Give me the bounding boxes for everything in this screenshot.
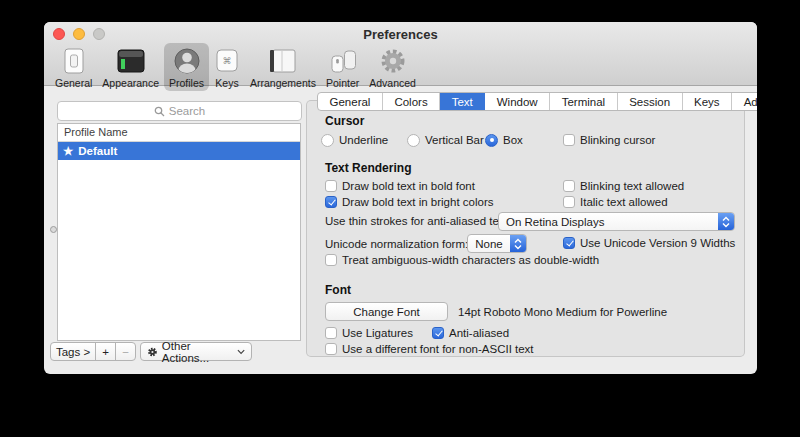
toolbar-item-appearance[interactable]: Appearance bbox=[97, 43, 164, 91]
tab-text[interactable]: Text bbox=[440, 93, 485, 110]
checkbox-label: Treat ambiguous-width characters as doub… bbox=[342, 254, 599, 266]
tab-session[interactable]: Session bbox=[618, 93, 683, 110]
radio-dot bbox=[485, 134, 498, 147]
popup-chevrons-icon bbox=[510, 235, 526, 252]
select-value: None bbox=[468, 238, 510, 250]
tab-terminal[interactable]: Terminal bbox=[550, 93, 617, 110]
checkbox-label: Use Ligatures bbox=[342, 327, 413, 339]
checkbox-label: Anti-aliased bbox=[449, 327, 509, 339]
toolbar-item-label: Advanced bbox=[369, 77, 416, 89]
appearance-icon bbox=[116, 46, 146, 76]
checkbox-box bbox=[563, 196, 575, 208]
tab-bar: General Colors Text Window Terminal Sess… bbox=[317, 92, 757, 111]
other-actions-button[interactable]: Other Actions... bbox=[140, 342, 252, 361]
remove-profile-button[interactable]: − bbox=[115, 342, 136, 361]
checkbox-box bbox=[325, 196, 337, 208]
toolbar-item-label: Keys bbox=[215, 77, 238, 89]
profile-list: Profile Name ★ Default bbox=[57, 123, 301, 341]
search-icon bbox=[154, 106, 165, 117]
checkbox-box bbox=[325, 254, 337, 266]
radio-dot bbox=[407, 134, 420, 147]
search-placeholder: Search bbox=[169, 105, 205, 117]
general-icon bbox=[61, 46, 87, 76]
tab-general[interactable]: General bbox=[318, 93, 383, 110]
checkbox-bold-font[interactable]: Draw bold text in bold font bbox=[325, 179, 475, 193]
gear-icon bbox=[147, 346, 158, 358]
checkbox-box bbox=[432, 327, 444, 339]
checkbox-bright-colors[interactable]: Draw bold text in bright colors bbox=[325, 195, 493, 209]
svg-text:⌘: ⌘ bbox=[223, 56, 232, 66]
drawer-knob[interactable] bbox=[50, 226, 57, 233]
checkbox-box bbox=[325, 180, 337, 192]
toolbar-item-profiles[interactable]: Profiles bbox=[164, 43, 209, 91]
checkbox-use-ligatures[interactable]: Use Ligatures bbox=[325, 326, 413, 340]
cursor-heading: Cursor bbox=[325, 114, 364, 128]
radio-label: Vertical Bar bbox=[425, 134, 484, 146]
toolbar-item-pointer[interactable]: Pointer bbox=[321, 43, 364, 91]
pointer-icon bbox=[328, 46, 358, 76]
desktop-background: Preferences General Appearance bbox=[0, 0, 800, 437]
checkbox-box bbox=[563, 237, 575, 249]
checkbox-italic-text[interactable]: Italic text allowed bbox=[563, 195, 668, 209]
radio-dot bbox=[321, 134, 334, 147]
radio-label: Underline bbox=[339, 134, 388, 146]
chevron-down-icon bbox=[237, 349, 245, 355]
checkbox-label: Use Unicode Version 9 Widths bbox=[580, 237, 735, 249]
search-input[interactable]: Search bbox=[57, 101, 302, 121]
add-profile-button[interactable]: + bbox=[95, 342, 116, 361]
arrangements-icon bbox=[267, 46, 299, 76]
checkbox-label: Draw bold text in bright colors bbox=[342, 196, 493, 208]
preferences-window: Preferences General Appearance bbox=[44, 22, 757, 374]
profile-list-header: Profile Name bbox=[58, 124, 300, 142]
checkbox-label: Draw bold text in bold font bbox=[342, 180, 475, 192]
toolbar-item-label: Appearance bbox=[102, 77, 159, 89]
radio-vertical-bar[interactable]: Vertical Bar bbox=[407, 133, 484, 147]
toolbar-item-label: Profiles bbox=[169, 77, 204, 89]
change-font-button[interactable]: Change Font bbox=[325, 302, 448, 321]
popup-chevrons-icon bbox=[718, 213, 734, 230]
tab-advanced[interactable]: Advanced bbox=[732, 93, 757, 110]
checkbox-antialiased[interactable]: Anti-aliased bbox=[432, 326, 509, 340]
text-rendering-heading: Text Rendering bbox=[325, 161, 411, 175]
checkbox-label: Blinking cursor bbox=[580, 134, 655, 146]
checkbox-label: Use a different font for non-ASCII text bbox=[342, 343, 534, 355]
select-value: On Retina Displays bbox=[499, 216, 718, 228]
thin-strokes-select[interactable]: On Retina Displays bbox=[498, 212, 735, 231]
radio-box[interactable]: Box bbox=[485, 133, 523, 147]
normalization-select[interactable]: None bbox=[467, 234, 527, 253]
checkbox-label: Italic text allowed bbox=[580, 196, 668, 208]
checkbox-non-ascii-font[interactable]: Use a different font for non-ASCII text bbox=[325, 342, 534, 356]
checkbox-unicode-v9[interactable]: Use Unicode Version 9 Widths bbox=[563, 236, 735, 250]
tags-button[interactable]: Tags > bbox=[50, 342, 96, 361]
font-heading: Font bbox=[325, 283, 351, 297]
profiles-icon bbox=[172, 46, 202, 76]
checkbox-box bbox=[563, 180, 575, 192]
toolbar-item-arrangements[interactable]: Arrangements bbox=[245, 43, 321, 91]
checkbox-blinking-cursor[interactable]: Blinking cursor bbox=[563, 133, 655, 147]
checkbox-blinking-text[interactable]: Blinking text allowed bbox=[563, 179, 684, 193]
toolbar: General Appearance Profiles ⌘ bbox=[50, 43, 421, 91]
radio-underline[interactable]: Underline bbox=[321, 133, 388, 147]
tab-keys[interactable]: Keys bbox=[683, 93, 733, 110]
profile-row-default[interactable]: ★ Default bbox=[58, 142, 300, 160]
window-title: Preferences bbox=[44, 27, 757, 42]
toolbar-item-label: Pointer bbox=[326, 77, 359, 89]
toolbar-item-label: General bbox=[55, 77, 92, 89]
tab-colors[interactable]: Colors bbox=[383, 93, 440, 110]
checkbox-label: Blinking text allowed bbox=[580, 180, 684, 192]
checkbox-box bbox=[325, 343, 337, 355]
tab-window[interactable]: Window bbox=[485, 93, 550, 110]
radio-label: Box bbox=[503, 134, 523, 146]
normalization-label: Unicode normalization form: bbox=[325, 238, 468, 250]
profile-buttons: Tags > + − bbox=[50, 342, 136, 361]
checkbox-box bbox=[325, 327, 337, 339]
toolbar-item-keys[interactable]: ⌘ Keys bbox=[209, 43, 245, 91]
thin-strokes-label: Use thin strokes for anti-aliased text bbox=[325, 215, 508, 227]
toolbar-item-advanced[interactable]: Advanced bbox=[364, 43, 421, 91]
window-header: Preferences General Appearance bbox=[44, 22, 757, 86]
checkbox-ambiguous-width[interactable]: Treat ambiguous-width characters as doub… bbox=[325, 253, 599, 267]
star-icon: ★ bbox=[63, 144, 73, 158]
toolbar-item-label: Arrangements bbox=[250, 77, 316, 89]
toolbar-item-general[interactable]: General bbox=[50, 43, 97, 91]
checkbox-box bbox=[563, 134, 575, 146]
